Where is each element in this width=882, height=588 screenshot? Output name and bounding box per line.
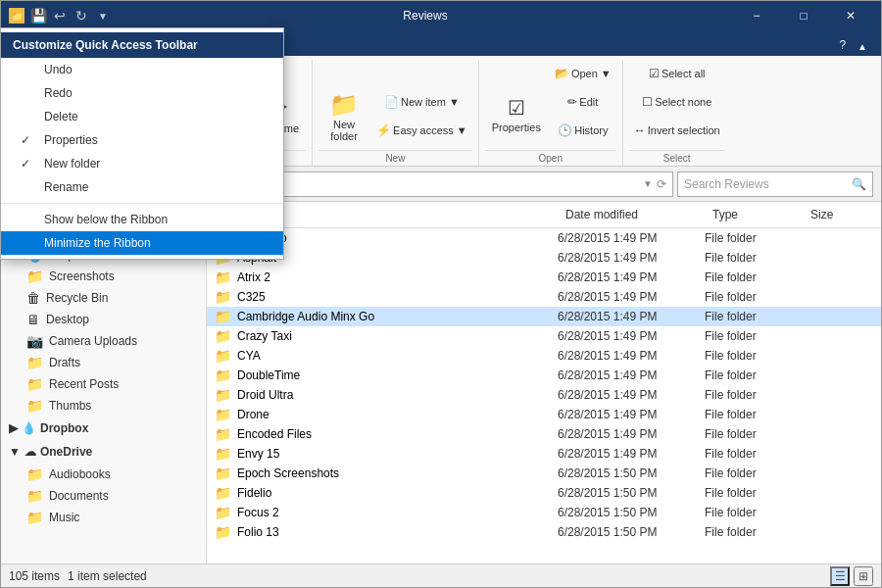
dropdown-separator-1 [1, 203, 283, 204]
new-folder-check: ✓ [21, 157, 36, 171]
properties-check: ✓ [21, 133, 36, 147]
dropdown-item-new-folder[interactable]: ✓ New folder [1, 152, 283, 175]
delete-item-label: Delete [44, 110, 78, 123]
dropdown-item-redo[interactable]: Redo [1, 81, 283, 105]
properties-item-label: Properties [44, 133, 98, 147]
redo-item-label: Redo [44, 86, 73, 100]
dropdown-item-minimize[interactable]: Minimize the Ribbon [1, 231, 283, 255]
main-window: 📁 💾 ↩ ↻ ▼ Reviews − □ ✕ File Home Share … [0, 0, 882, 588]
dropdown-item-rename[interactable]: Rename [1, 175, 283, 199]
new-folder-item-label: New folder [44, 157, 100, 171]
dropdown-overlay[interactable]: Customize Quick Access Toolbar Undo Redo… [0, 0, 882, 588]
show-below-label: Show below the Ribbon [44, 213, 168, 226]
customize-toolbar-menu: Customize Quick Access Toolbar Undo Redo… [0, 27, 284, 260]
dropdown-item-undo[interactable]: Undo [1, 58, 283, 81]
dropdown-item-properties[interactable]: ✓ Properties [1, 128, 283, 152]
minimize-label: Minimize the Ribbon [44, 236, 151, 250]
rename-item-label: Rename [44, 180, 88, 194]
undo-item-label: Undo [44, 63, 73, 76]
dropdown-title: Customize Quick Access Toolbar [1, 32, 283, 58]
dropdown-item-show-below[interactable]: Show below the Ribbon [1, 208, 283, 231]
dropdown-item-delete[interactable]: Delete [1, 105, 283, 128]
